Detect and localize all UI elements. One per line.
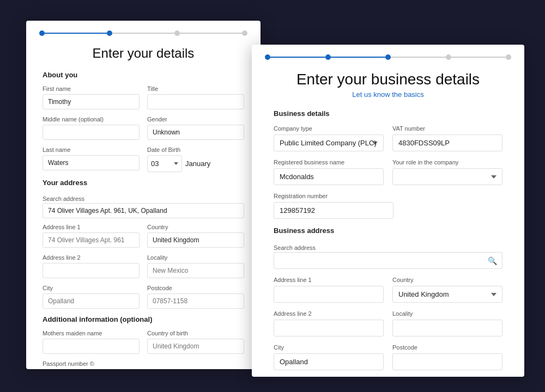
f-progress-line-2	[331, 57, 386, 58]
f-progress-seg-2	[325, 54, 386, 60]
company-type-select[interactable]: Public Limited Company (PLC)	[274, 134, 384, 151]
vat-number-input[interactable]	[392, 134, 502, 151]
back-card-title: Enter your details	[43, 46, 244, 61]
addr1-group: Address line 1	[43, 224, 140, 248]
progress-line-3	[180, 33, 242, 34]
gender-input[interactable]	[147, 125, 244, 140]
dob-row: 03 January	[147, 155, 244, 172]
city-postcode-row: City Postcode	[43, 285, 244, 309]
maiden-name-input[interactable]	[43, 339, 140, 354]
locality-input[interactable]	[147, 263, 244, 278]
b-country-group: Country United Kingdom	[392, 277, 502, 303]
first-name-label: First name	[43, 85, 140, 92]
title-input[interactable]	[147, 94, 244, 109]
addr1-input[interactable]	[43, 232, 140, 248]
front-progress-bar	[252, 45, 524, 65]
search-address-wrap: 🔍	[274, 252, 502, 269]
search-address-group: Search address	[43, 193, 244, 218]
b-addr2-label: Address line 2	[274, 310, 384, 317]
f-progress-dot-4	[446, 54, 451, 60]
additional-section-label: Additional information (optional)	[43, 315, 244, 323]
b-city-postcode-row: City Postcode	[274, 344, 502, 370]
f-progress-dot-1	[265, 54, 270, 60]
f-progress-dot-5	[506, 54, 511, 60]
reg-number-label: Registration number	[274, 193, 502, 199]
last-name-group: Last name	[43, 146, 140, 172]
postcode-input[interactable]	[147, 293, 244, 309]
company-type-group: Company type Public Limited Company (PLC…	[274, 125, 384, 151]
name-row: First name Title	[43, 85, 244, 109]
b-country-select[interactable]: United Kingdom	[392, 286, 502, 303]
title-group: Title	[147, 85, 244, 109]
about-you-section-label: About you	[43, 71, 244, 79]
postcode-group: Postcode	[147, 285, 244, 309]
progress-seg-3	[174, 30, 242, 36]
back-card: Enter your details About you First name …	[26, 21, 261, 369]
progress-seg-2	[107, 30, 174, 36]
locality-group: Locality	[147, 254, 244, 278]
country-group: Country	[147, 224, 244, 248]
country-birth-label: Country of birth	[147, 330, 244, 336]
postcode-label: Postcode	[147, 285, 244, 291]
addr2-group: Address line 2	[43, 254, 140, 278]
back-progress-bar	[26, 21, 261, 41]
country-birth-group: Country of birth	[147, 330, 244, 354]
reg-name-label: Registered business name	[274, 159, 384, 166]
first-name-input[interactable]	[43, 94, 140, 109]
search-address-input[interactable]	[43, 203, 244, 218]
b-addr1-label: Address line 1	[274, 277, 384, 283]
reg-name-input[interactable]	[274, 168, 384, 185]
b-search-address-group: Search address 🔍	[274, 242, 502, 269]
additional-section: Additional information (optional) Mother…	[43, 315, 244, 369]
passport-label: Passport number ©	[43, 360, 244, 367]
role-label: Your role in the company	[392, 159, 502, 166]
search-icon: 🔍	[488, 256, 497, 265]
reg-number-row: Registration number	[274, 193, 502, 219]
reg-number-input[interactable]	[274, 202, 393, 219]
middle-gender-row: Middle name (optional) Gender	[43, 116, 244, 140]
f-progress-line-3	[391, 57, 446, 58]
maiden-name-label: Mothers maiden name	[43, 330, 140, 336]
middle-name-input[interactable]	[43, 125, 140, 140]
progress-seg-1	[39, 30, 107, 36]
address-section: Your address Search address Address line…	[43, 179, 244, 309]
addr2-input[interactable]	[43, 263, 140, 278]
b-search-address-input[interactable]	[274, 252, 502, 269]
gender-label: Gender	[147, 116, 244, 122]
reg-number-group: Registration number	[274, 193, 502, 219]
b-addr2-input[interactable]	[274, 320, 384, 336]
maiden-name-group: Mothers maiden name	[43, 330, 140, 354]
last-name-input[interactable]	[43, 155, 140, 170]
country-birth-input[interactable]	[147, 339, 244, 354]
vat-number-label: VAT number	[392, 125, 502, 132]
progress-dot-2	[107, 30, 112, 36]
reg-name-group: Registered business name	[274, 159, 384, 185]
addr1-label: Address line 1	[43, 224, 140, 230]
company-vat-row: Company type Public Limited Company (PLC…	[274, 125, 502, 151]
dob-group: Date of Birth 03 January	[147, 146, 244, 172]
role-select[interactable]	[392, 168, 502, 185]
b-postcode-input[interactable]	[392, 353, 502, 370]
f-progress-dot-2	[325, 54, 331, 60]
city-group: City	[43, 285, 140, 309]
b-city-group: City	[274, 344, 384, 370]
vat-number-group: VAT number	[392, 125, 502, 151]
f-progress-seg-3	[385, 54, 446, 60]
dob-day-select[interactable]: 03	[147, 155, 182, 172]
b-addr1-country-row: Address line 1 Country United Kingdom	[274, 277, 502, 303]
b-locality-input[interactable]	[392, 320, 502, 336]
reg-name-role-row: Registered business name Your role in th…	[274, 159, 502, 185]
b-postcode-label: Postcode	[392, 344, 502, 351]
b-city-input[interactable]	[274, 353, 384, 370]
role-group: Your role in the company	[392, 159, 502, 185]
country-input[interactable]	[147, 232, 244, 248]
country-label: Country	[147, 224, 244, 230]
f-progress-seg-4	[446, 54, 506, 60]
progress-dot-4	[242, 30, 247, 36]
scene: Enter your details About you First name …	[0, 0, 545, 392]
city-input[interactable]	[43, 293, 140, 309]
b-postcode-group: Postcode	[392, 344, 502, 370]
f-progress-dot-3	[385, 54, 391, 60]
b-addr1-input[interactable]	[274, 286, 384, 303]
addr2-label: Address line 2	[43, 254, 140, 261]
